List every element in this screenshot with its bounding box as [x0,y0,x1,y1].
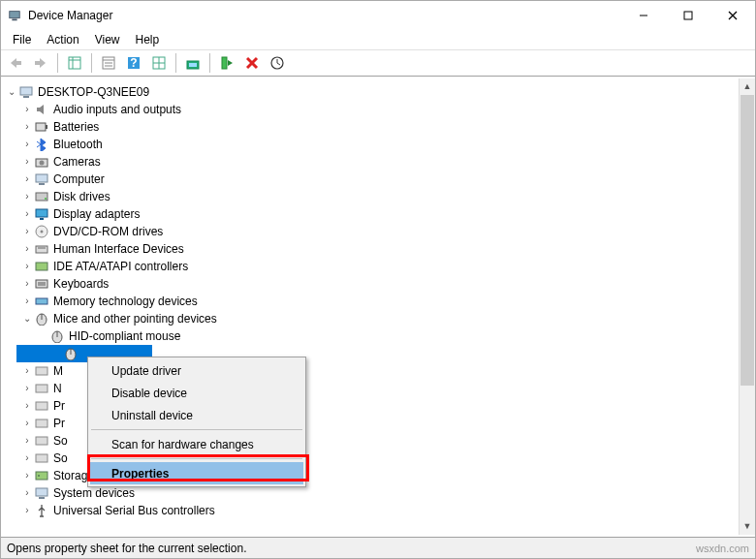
tree-category-mice[interactable]: ⌄ Mice and other pointing devices [3,310,755,327]
title-bar: Device Manager [1,1,755,30]
expander-icon[interactable]: › [20,240,34,258]
svg-rect-29 [46,125,47,129]
tree-category[interactable]: ›Disk drives [3,188,755,205]
scrollbar-thumb[interactable] [740,95,754,386]
expander-icon[interactable]: › [20,415,34,432]
expander-icon[interactable]: › [20,101,34,118]
expander-icon[interactable]: › [20,484,34,502]
expander-icon[interactable]: › [20,275,34,293]
show-hide-tree-button[interactable] [64,52,85,74]
expander-icon[interactable]: › [20,362,34,380]
tree-category[interactable]: ›Keyboards [3,275,755,293]
uninstall-button[interactable] [241,52,263,74]
tree-category[interactable]: ›Display adapters [3,205,755,223]
expander-icon[interactable]: › [20,136,34,153]
svg-point-35 [45,198,47,200]
expander-icon[interactable]: › [20,153,34,171]
tree-category[interactable]: ›Human Interface Devices [3,240,755,258]
maximize-button[interactable] [666,1,710,30]
mouse-icon [34,311,49,326]
category-label: N [53,380,62,397]
category-label: IDE ATA/ATAPI controllers [53,258,188,275]
menu-file[interactable]: File [7,31,37,48]
properties-button[interactable] [98,52,119,74]
mouse-icon [49,328,65,344]
menu-view[interactable]: View [89,31,126,48]
minimize-button[interactable] [621,1,666,30]
category-label: Disk drives [53,188,110,205]
expander-icon[interactable]: › [20,171,34,188]
svg-rect-36 [36,209,47,217]
svg-rect-56 [36,419,47,427]
tree-root[interactable]: ⌄ DESKTOP-Q3NEE09 [3,83,755,101]
status-text: Opens property sheet for the current sel… [7,542,246,555]
scroll-down-icon[interactable]: ▼ [740,518,755,535]
expander-icon[interactable]: › [20,258,34,275]
tree-device-hid-mouse[interactable]: HID-compliant mouse [3,327,755,345]
tree-category[interactable]: ›Universal Serial Bus controllers [3,502,755,519]
category-icon [34,294,49,309]
svg-rect-46 [36,298,47,304]
category-icon [34,241,49,257]
category-icon [34,119,49,135]
menu-uninstall-device[interactable]: Uninstall device [90,404,303,426]
vertical-scrollbar[interactable]: ▲ ▼ [739,78,755,535]
category-label: M [53,362,63,380]
menu-scan-hardware[interactable]: Scan for hardware changes [90,433,303,455]
category-label: Keyboards [53,275,109,293]
category-icon [34,363,49,379]
svg-rect-3 [684,12,692,19]
tree-category[interactable]: ›Computer [3,171,755,188]
menu-help[interactable]: Help [130,31,166,48]
device-label: HID-compliant mouse [69,327,180,345]
tree-category[interactable]: ›Batteries [3,118,755,136]
menu-properties[interactable]: Properties [90,462,303,484]
expander-icon[interactable]: › [20,205,34,223]
category-icon [34,503,49,518]
expander-icon[interactable]: › [20,450,34,467]
menu-update-driver[interactable]: Update driver [90,359,303,382]
expander-icon[interactable]: › [20,467,34,484]
back-button[interactable] [5,52,26,74]
close-button[interactable] [710,1,755,30]
svg-rect-55 [36,402,47,410]
scroll-up-icon[interactable]: ▲ [740,78,755,95]
expander-icon[interactable]: ⌄ [20,310,34,327]
tree-category[interactable]: ›Memory technology devices [3,293,755,310]
expander-icon[interactable]: › [20,397,34,415]
expander-icon[interactable]: › [20,293,34,310]
svg-rect-43 [36,280,47,288]
tree-category[interactable]: ›IDE ATA/ATAPI controllers [3,258,755,275]
menu-disable-device[interactable]: Disable device [90,382,303,404]
expander-icon[interactable]: › [20,118,34,136]
forward-button[interactable] [30,52,51,74]
context-menu: Update driver Disable device Uninstall d… [87,357,306,487]
expander-icon[interactable]: › [20,502,34,519]
expander-icon[interactable]: › [20,432,34,450]
scan-hardware-button[interactable] [267,52,288,74]
category-label: Human Interface Devices [53,240,184,258]
expander-icon[interactable]: › [20,188,34,205]
category-label: Computer [53,171,105,188]
svg-point-60 [38,475,40,477]
category-icon [34,259,49,274]
grid-button[interactable] [148,52,170,74]
tree-category[interactable]: ›Cameras [3,153,755,171]
svg-rect-57 [36,437,47,445]
tree-category[interactable]: ›Bluetooth [3,136,755,153]
window-title: Device Manager [28,9,112,22]
enable-device-button[interactable] [216,52,237,74]
tree-category[interactable]: ›DVD/CD-ROM drives [3,223,755,240]
expander-icon[interactable]: ⌄ [5,83,18,101]
category-icon [34,398,49,414]
expander-icon[interactable]: › [20,223,34,240]
category-label: Display adapters [53,205,140,223]
update-driver-button[interactable] [182,52,204,74]
expander-icon[interactable]: › [20,380,34,397]
tree-category[interactable]: ›Audio inputs and outputs [3,101,755,118]
menu-separator [91,458,302,459]
menu-action[interactable]: Action [41,31,84,48]
category-label: So [53,450,68,467]
help-button[interactable]: ? [123,52,144,74]
svg-rect-42 [36,263,47,270]
